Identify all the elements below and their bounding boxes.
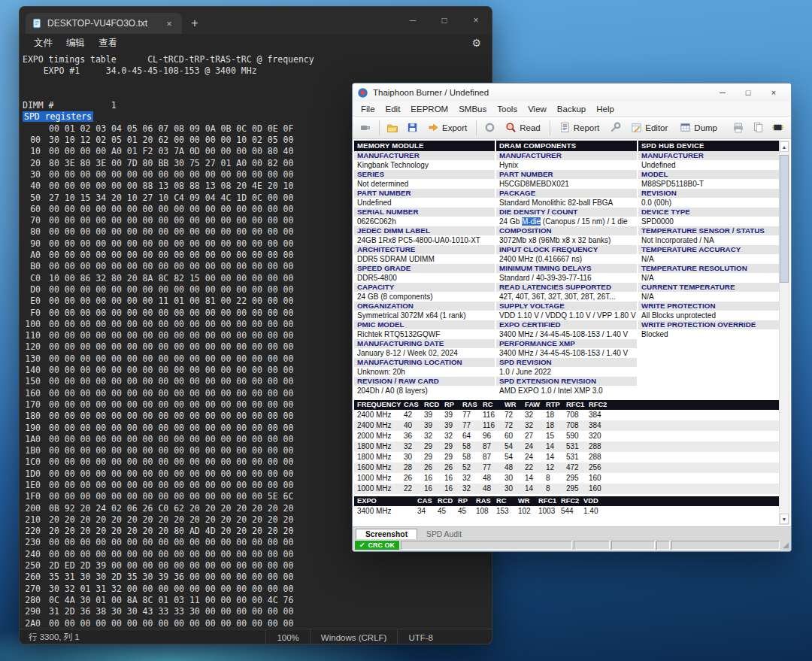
- print-icon[interactable]: [729, 119, 747, 137]
- tab-spd-audit[interactable]: SPD Audit: [417, 529, 471, 539]
- notepad-tab[interactable]: DESKTOP-VU4FO3O.txt ×: [26, 13, 182, 34]
- chip-icon[interactable]: [768, 119, 786, 137]
- menu-help[interactable]: Help: [591, 104, 620, 114]
- dump-button[interactable]: Dump: [674, 120, 723, 135]
- open-file-icon[interactable]: [383, 119, 401, 137]
- tab-close-icon[interactable]: ×: [162, 18, 176, 29]
- vertical-scrollbar[interactable]: ▲ ▼: [779, 141, 789, 525]
- save-icon[interactable]: [403, 119, 421, 137]
- spec-value: 0.0 (00h): [638, 198, 779, 208]
- table-cell: 1600 MHz: [354, 462, 401, 473]
- hex-offset: 60: [23, 204, 41, 215]
- hex-offset: B0: [23, 261, 41, 272]
- hex-row-260: 26035 31 30 30 2D 35 30 39 36 00 00 00 0…: [23, 572, 492, 583]
- new-tab-button[interactable]: +: [185, 17, 205, 30]
- tab-screenshot[interactable]: Screenshot: [356, 529, 417, 539]
- menu-tools[interactable]: Tools: [492, 104, 523, 114]
- hex-bytes: 00 00 00 00 00 00 00 00 00 00 00 00 00 0…: [49, 445, 293, 456]
- table-cell: 45: [455, 506, 473, 517]
- table-cell: 32: [522, 420, 543, 431]
- menu-smbus[interactable]: SMBus: [453, 104, 492, 114]
- export-button-label: Export: [442, 123, 467, 132]
- close-button[interactable]: ×: [460, 7, 492, 34]
- table-cell: 60: [501, 431, 522, 441]
- scroll-down-icon[interactable]: ▼: [780, 514, 789, 524]
- cursor-position: 行 3300, 列 1: [20, 632, 80, 643]
- read-button[interactable]: Read: [500, 120, 546, 135]
- minimize-button[interactable]: ─: [397, 7, 429, 34]
- hex-offset: 30: [23, 169, 41, 180]
- thaiphoon-statusbar: ✔CRC OK ◢: [353, 539, 791, 551]
- resize-grip[interactable]: ◢: [783, 541, 789, 549]
- scrollbar-thumb[interactable]: [780, 155, 789, 283]
- thaiphoon-titlebar[interactable]: Thaiphoon Burner / Undefined ─ □ ×: [353, 83, 791, 102]
- spec-label: SPD REVISION: [496, 358, 637, 367]
- table-cell: 320: [586, 431, 608, 441]
- hex-offset: 1C0: [23, 456, 41, 468]
- spec-value: 3400 MHz / 34-45-45-108-153 / 1.40 V: [496, 348, 637, 358]
- table-cell: 153: [493, 506, 515, 517]
- hex-bytes: 00 00 00 00 00 00 00 00 00 00 00 00 00 0…: [49, 549, 293, 560]
- menu-view[interactable]: View: [523, 104, 552, 114]
- spec-value: AMD EXPO 1.0 / Intel XMP 3.0: [496, 386, 637, 396]
- notepad-statusbar: 行 3300, 列 1 100% Windows (CRLF) UTF-8: [20, 629, 492, 644]
- notepad-menu-0[interactable]: 文件: [27, 35, 59, 51]
- spec-value: 3072Mb x8 (96Mb x8 x 32 banks): [496, 235, 637, 245]
- spec-value: 24 Gb M-die (Canopus / 15 nm) / 1 die: [496, 217, 637, 226]
- read-button-label: Read: [520, 123, 541, 132]
- table-row: 1000 MHz261616324830148295160: [354, 473, 779, 484]
- spec-label: PART NUMBER: [496, 170, 637, 179]
- hex-bytes: 20 20 20 20 20 20 20 20 20 20 20 20 20 2…: [49, 514, 293, 526]
- wrench-icon[interactable]: [606, 119, 624, 137]
- spec-value: VDD 1.10 V / VDDQ 1.10 V / VPP 1.80 V: [496, 311, 637, 320]
- spec-label: MODEL: [638, 170, 779, 179]
- table-cell: 32: [522, 410, 543, 420]
- maximize-button[interactable]: □: [735, 84, 761, 101]
- spec-value: 204Dh / A0 (8 layers): [354, 386, 495, 396]
- table-cell: 3400 MHz: [354, 506, 414, 517]
- ring-icon[interactable]: [480, 119, 498, 137]
- table-row: 2400 MHz40393977116723218708384: [354, 420, 779, 431]
- menu-backup[interactable]: Backup: [552, 104, 591, 114]
- table-cell: 384: [586, 420, 608, 431]
- zoom-level[interactable]: 100%: [265, 629, 309, 645]
- connector-icon[interactable]: [357, 119, 375, 137]
- line-ending[interactable]: Windows (CRLF): [310, 629, 398, 645]
- menu-edit[interactable]: Edit: [380, 104, 406, 114]
- report-button[interactable]: Report: [554, 120, 605, 135]
- notepad-menu-2[interactable]: 查看: [92, 35, 124, 51]
- hex-offset: 180: [23, 411, 41, 422]
- notepad-titlebar[interactable]: DESKTOP-VU4FO3O.txt × + ─ □ ×: [20, 7, 492, 34]
- table-header-cell: RCD: [421, 400, 441, 410]
- maximize-button[interactable]: □: [429, 7, 460, 34]
- notepad-menu-1[interactable]: 编辑: [59, 35, 92, 51]
- hex-offset: A0: [23, 250, 41, 261]
- hex-bytes: 00 00 00 00 00 00 00 00 00 00 00 00 00 0…: [49, 411, 293, 422]
- hex-bytes: 00 00 00 00 00 00 00 00 00 00 00 00 00 0…: [49, 238, 293, 250]
- spec-label: COMPOSITION: [496, 226, 637, 235]
- export-button[interactable]: Export: [423, 120, 472, 135]
- hex-offset: 240: [23, 549, 41, 560]
- notepad-menubar-items: 文件编辑查看: [27, 35, 124, 51]
- expo-table: EXPO FREQUENCYCASRCDRPRASRCWRRFC1RFC2VDD…: [354, 496, 779, 517]
- menu-eeprom[interactable]: EEPROM: [405, 104, 453, 114]
- encoding[interactable]: UTF-8: [397, 629, 444, 645]
- hex-offset: 1A0: [23, 434, 41, 445]
- spec-label: SUPPLY VOLTAGE: [496, 302, 637, 311]
- hex-bytes: 00 00 00 00 00 00 00 00 00 00 00 00 00 0…: [49, 365, 293, 376]
- hex-bytes: 0C 4A 30 01 00 8A 8C 01 03 11 00 00 00 0…: [49, 595, 293, 606]
- spec-value: 1.0 / June 2022: [496, 367, 637, 377]
- minimize-button[interactable]: ─: [710, 84, 735, 101]
- close-button[interactable]: ×: [761, 84, 786, 101]
- menu-file[interactable]: File: [356, 104, 380, 114]
- table-header-cell: RFC2: [558, 496, 580, 506]
- scroll-up-icon[interactable]: ▲: [780, 141, 789, 152]
- hex-bytes: 00 00 00 00 00 00 00 00 00 00 00 00 00 0…: [49, 480, 293, 491]
- hex-offset: 110: [23, 330, 41, 341]
- editor-button[interactable]: Editor: [626, 120, 673, 135]
- table-cell: 48: [501, 462, 522, 473]
- table-row: 1800 MHz3029295887542414531288: [354, 452, 779, 462]
- copy-icon[interactable]: [749, 119, 767, 137]
- spec-label: MANUFACTURER: [638, 151, 779, 160]
- settings-gear-icon[interactable]: ⚙: [471, 37, 484, 49]
